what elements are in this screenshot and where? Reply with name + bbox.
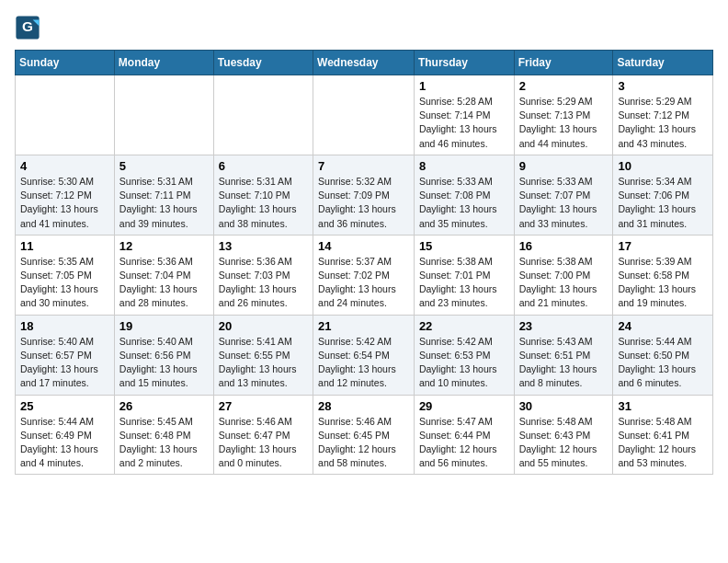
day-number: 25 <box>20 399 109 413</box>
day-cell-27: 27Sunrise: 5:46 AM Sunset: 6:47 PM Dayli… <box>213 395 313 475</box>
day-detail: Sunrise: 5:48 AM Sunset: 6:41 PM Dayligh… <box>618 415 708 471</box>
day-number: 11 <box>20 239 109 253</box>
day-number: 22 <box>419 319 509 333</box>
day-detail: Sunrise: 5:47 AM Sunset: 6:44 PM Dayligh… <box>419 415 509 471</box>
day-detail: Sunrise: 5:41 AM Sunset: 6:55 PM Dayligh… <box>219 335 308 391</box>
weekday-header-tuesday: Tuesday <box>213 51 313 75</box>
week-row-5: 25Sunrise: 5:44 AM Sunset: 6:49 PM Dayli… <box>16 395 713 475</box>
day-cell-9: 9Sunrise: 5:33 AM Sunset: 7:07 PM Daylig… <box>514 155 613 235</box>
day-number: 13 <box>219 239 308 253</box>
day-cell-12: 12Sunrise: 5:36 AM Sunset: 7:04 PM Dayli… <box>114 235 213 315</box>
day-number: 27 <box>219 399 308 413</box>
day-cell-11: 11Sunrise: 5:35 AM Sunset: 7:05 PM Dayli… <box>16 235 115 315</box>
weekday-header-monday: Monday <box>114 51 213 75</box>
day-number: 2 <box>519 79 609 93</box>
day-number: 6 <box>219 159 308 173</box>
day-number: 9 <box>519 159 609 173</box>
day-detail: Sunrise: 5:39 AM Sunset: 6:58 PM Dayligh… <box>618 255 708 311</box>
day-cell-16: 16Sunrise: 5:38 AM Sunset: 7:00 PM Dayli… <box>514 235 613 315</box>
day-number: 15 <box>419 239 509 253</box>
day-detail: Sunrise: 5:33 AM Sunset: 7:08 PM Dayligh… <box>419 175 509 231</box>
week-row-4: 18Sunrise: 5:40 AM Sunset: 6:57 PM Dayli… <box>16 315 713 395</box>
day-cell-5: 5Sunrise: 5:31 AM Sunset: 7:11 PM Daylig… <box>114 155 213 235</box>
week-row-1: 1Sunrise: 5:28 AM Sunset: 7:14 PM Daylig… <box>16 75 713 155</box>
day-number: 19 <box>119 319 209 333</box>
day-cell-23: 23Sunrise: 5:43 AM Sunset: 6:51 PM Dayli… <box>514 315 613 395</box>
day-detail: Sunrise: 5:38 AM Sunset: 7:00 PM Dayligh… <box>519 255 609 311</box>
day-cell-24: 24Sunrise: 5:44 AM Sunset: 6:50 PM Dayli… <box>613 315 713 395</box>
empty-cell <box>16 75 115 155</box>
logo-icon: G <box>15 15 40 40</box>
day-detail: Sunrise: 5:32 AM Sunset: 7:09 PM Dayligh… <box>318 175 409 231</box>
day-number: 14 <box>318 239 409 253</box>
day-cell-29: 29Sunrise: 5:47 AM Sunset: 6:44 PM Dayli… <box>414 395 514 475</box>
day-detail: Sunrise: 5:36 AM Sunset: 7:03 PM Dayligh… <box>219 255 308 311</box>
day-detail: Sunrise: 5:31 AM Sunset: 7:10 PM Dayligh… <box>219 175 308 231</box>
weekday-header-saturday: Saturday <box>613 51 713 75</box>
day-detail: Sunrise: 5:29 AM Sunset: 7:13 PM Dayligh… <box>519 95 609 151</box>
day-detail: Sunrise: 5:46 AM Sunset: 6:45 PM Dayligh… <box>318 415 409 471</box>
day-detail: Sunrise: 5:28 AM Sunset: 7:14 PM Dayligh… <box>419 95 509 151</box>
day-cell-6: 6Sunrise: 5:31 AM Sunset: 7:10 PM Daylig… <box>213 155 313 235</box>
week-row-3: 11Sunrise: 5:35 AM Sunset: 7:05 PM Dayli… <box>16 235 713 315</box>
day-detail: Sunrise: 5:44 AM Sunset: 6:50 PM Dayligh… <box>618 335 708 391</box>
day-number: 10 <box>618 159 708 173</box>
day-cell-22: 22Sunrise: 5:42 AM Sunset: 6:53 PM Dayli… <box>414 315 514 395</box>
day-number: 26 <box>119 399 209 413</box>
day-detail: Sunrise: 5:35 AM Sunset: 7:05 PM Dayligh… <box>20 255 109 311</box>
day-number: 29 <box>419 399 509 413</box>
day-detail: Sunrise: 5:33 AM Sunset: 7:07 PM Dayligh… <box>519 175 609 231</box>
logo: G <box>15 15 44 40</box>
calendar-table: SundayMondayTuesdayWednesdayThursdayFrid… <box>15 50 713 475</box>
day-number: 23 <box>519 319 609 333</box>
day-number: 18 <box>20 319 109 333</box>
day-detail: Sunrise: 5:40 AM Sunset: 6:56 PM Dayligh… <box>119 335 209 391</box>
weekday-header-thursday: Thursday <box>414 51 514 75</box>
day-detail: Sunrise: 5:42 AM Sunset: 6:53 PM Dayligh… <box>419 335 509 391</box>
day-detail: Sunrise: 5:43 AM Sunset: 6:51 PM Dayligh… <box>519 335 609 391</box>
day-cell-15: 15Sunrise: 5:38 AM Sunset: 7:01 PM Dayli… <box>414 235 514 315</box>
empty-cell <box>114 75 213 155</box>
day-cell-31: 31Sunrise: 5:48 AM Sunset: 6:41 PM Dayli… <box>613 395 713 475</box>
day-cell-1: 1Sunrise: 5:28 AM Sunset: 7:14 PM Daylig… <box>414 75 514 155</box>
day-number: 20 <box>219 319 308 333</box>
day-number: 16 <box>519 239 609 253</box>
day-detail: Sunrise: 5:45 AM Sunset: 6:48 PM Dayligh… <box>119 415 209 471</box>
day-detail: Sunrise: 5:37 AM Sunset: 7:02 PM Dayligh… <box>318 255 409 311</box>
day-cell-26: 26Sunrise: 5:45 AM Sunset: 6:48 PM Dayli… <box>114 395 213 475</box>
day-cell-3: 3Sunrise: 5:29 AM Sunset: 7:12 PM Daylig… <box>613 75 713 155</box>
empty-cell <box>213 75 313 155</box>
day-cell-18: 18Sunrise: 5:40 AM Sunset: 6:57 PM Dayli… <box>16 315 115 395</box>
day-number: 28 <box>318 399 409 413</box>
day-cell-30: 30Sunrise: 5:48 AM Sunset: 6:43 PM Dayli… <box>514 395 613 475</box>
day-detail: Sunrise: 5:30 AM Sunset: 7:12 PM Dayligh… <box>20 175 109 231</box>
weekday-header-sunday: Sunday <box>16 51 115 75</box>
week-row-2: 4Sunrise: 5:30 AM Sunset: 7:12 PM Daylig… <box>16 155 713 235</box>
weekday-header-wednesday: Wednesday <box>313 51 415 75</box>
day-number: 17 <box>618 239 708 253</box>
day-cell-4: 4Sunrise: 5:30 AM Sunset: 7:12 PM Daylig… <box>16 155 115 235</box>
day-detail: Sunrise: 5:29 AM Sunset: 7:12 PM Dayligh… <box>618 95 708 151</box>
day-cell-20: 20Sunrise: 5:41 AM Sunset: 6:55 PM Dayli… <box>213 315 313 395</box>
day-number: 1 <box>419 79 509 93</box>
day-cell-7: 7Sunrise: 5:32 AM Sunset: 7:09 PM Daylig… <box>313 155 415 235</box>
day-detail: Sunrise: 5:42 AM Sunset: 6:54 PM Dayligh… <box>318 335 409 391</box>
day-number: 21 <box>318 319 409 333</box>
weekday-header-friday: Friday <box>514 51 613 75</box>
day-cell-8: 8Sunrise: 5:33 AM Sunset: 7:08 PM Daylig… <box>414 155 514 235</box>
day-number: 24 <box>618 319 708 333</box>
day-detail: Sunrise: 5:40 AM Sunset: 6:57 PM Dayligh… <box>20 335 109 391</box>
day-cell-2: 2Sunrise: 5:29 AM Sunset: 7:13 PM Daylig… <box>514 75 613 155</box>
day-cell-14: 14Sunrise: 5:37 AM Sunset: 7:02 PM Dayli… <box>313 235 415 315</box>
day-detail: Sunrise: 5:31 AM Sunset: 7:11 PM Dayligh… <box>119 175 209 231</box>
day-detail: Sunrise: 5:48 AM Sunset: 6:43 PM Dayligh… <box>519 415 609 471</box>
day-number: 7 <box>318 159 409 173</box>
day-cell-28: 28Sunrise: 5:46 AM Sunset: 6:45 PM Dayli… <box>313 395 415 475</box>
day-number: 8 <box>419 159 509 173</box>
day-cell-19: 19Sunrise: 5:40 AM Sunset: 6:56 PM Dayli… <box>114 315 213 395</box>
day-detail: Sunrise: 5:34 AM Sunset: 7:06 PM Dayligh… <box>618 175 708 231</box>
day-detail: Sunrise: 5:46 AM Sunset: 6:47 PM Dayligh… <box>219 415 308 471</box>
day-number: 12 <box>119 239 209 253</box>
day-cell-10: 10Sunrise: 5:34 AM Sunset: 7:06 PM Dayli… <box>613 155 713 235</box>
day-detail: Sunrise: 5:44 AM Sunset: 6:49 PM Dayligh… <box>20 415 109 471</box>
